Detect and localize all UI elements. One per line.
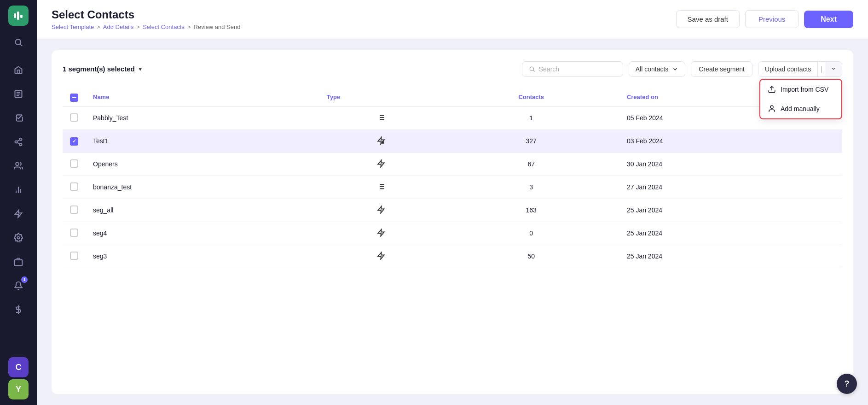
row-checkbox[interactable] xyxy=(70,229,78,237)
breadcrumb-sep-2: > xyxy=(136,23,140,30)
logo[interactable] xyxy=(8,6,29,26)
row-checkbox[interactable] xyxy=(70,137,78,146)
sidebar-item-notifications[interactable]: 1 xyxy=(7,275,29,297)
row-created-on: 25 Jan 2024 xyxy=(619,222,842,245)
row-name: seg_all xyxy=(86,199,319,222)
row-type xyxy=(319,199,443,222)
row-checkbox[interactable] xyxy=(70,205,78,214)
table-row[interactable]: bonanza_test 3 27 Jan 2024 xyxy=(63,176,842,199)
svg-rect-20 xyxy=(15,260,23,266)
row-type xyxy=(319,222,443,245)
search-box[interactable] xyxy=(522,61,623,77)
import-csv-item[interactable]: Import from CSV xyxy=(760,80,841,99)
sidebar-item-analytics[interactable] xyxy=(7,179,29,201)
white-panel: 1 segment(s) selected ▼ All contacts xyxy=(52,50,853,394)
table-row[interactable]: seg_all 163 25 Jan 2024 xyxy=(63,199,842,222)
row-created-on: 25 Jan 2024 xyxy=(619,245,842,268)
create-segment-button[interactable]: Create segment xyxy=(691,61,752,77)
person-add-icon xyxy=(768,105,776,113)
avatar-y[interactable]: Y xyxy=(8,379,29,399)
contacts-table: Name Type Contacts Created on Pabbly_Tes… xyxy=(63,88,842,268)
breadcrumb-add-details[interactable]: Add Details xyxy=(103,23,133,30)
row-name: Pabbly_Test xyxy=(86,106,319,129)
svg-point-19 xyxy=(17,237,20,239)
row-name: Openers xyxy=(86,153,319,176)
sidebar: 1 C Y xyxy=(0,0,37,405)
svg-point-25 xyxy=(770,106,773,108)
svg-point-10 xyxy=(15,141,17,143)
upload-contacts-wrap: Upload contacts | xyxy=(758,61,842,77)
svg-rect-2 xyxy=(20,15,23,18)
help-button[interactable]: ? xyxy=(837,374,857,394)
row-contacts: 67 xyxy=(443,153,619,176)
svg-rect-1 xyxy=(17,12,19,20)
select-all-checkbox[interactable] xyxy=(70,94,78,102)
sidebar-item-store[interactable] xyxy=(7,251,29,273)
sidebar-item-share[interactable] xyxy=(7,131,29,153)
sidebar-item-settings[interactable] xyxy=(7,227,29,249)
row-type xyxy=(319,176,443,199)
row-checkbox[interactable] xyxy=(70,159,78,168)
toolbar: 1 segment(s) selected ▼ All contacts xyxy=(63,61,842,77)
breadcrumb-sep-1: > xyxy=(97,23,100,30)
sidebar-item-contacts[interactable] xyxy=(7,155,29,177)
row-checkbox[interactable] xyxy=(70,182,78,191)
row-contacts: 1 xyxy=(443,106,619,129)
import-csv-label: Import from CSV xyxy=(781,86,828,93)
breadcrumb-sep-3: > xyxy=(187,23,191,30)
add-manually-label: Add manually xyxy=(781,105,820,112)
breadcrumb-select-contacts[interactable]: Select Contacts xyxy=(143,23,185,30)
table-row[interactable]: seg4 0 25 Jan 2024 xyxy=(63,222,842,245)
table-row[interactable]: seg3 50 25 Jan 2024 xyxy=(63,245,842,268)
svg-point-3 xyxy=(15,39,21,45)
sidebar-item-campaigns[interactable] xyxy=(7,107,29,129)
svg-marker-18 xyxy=(15,210,22,218)
breadcrumb-select-template[interactable]: Select Template xyxy=(52,23,94,30)
row-type xyxy=(319,106,443,129)
col-contacts: Contacts xyxy=(443,88,619,107)
add-manually-item[interactable]: Add manually xyxy=(760,99,841,118)
segments-selected-text: 1 segment(s) selected xyxy=(63,65,135,73)
upload-contacts-caret-icon[interactable] xyxy=(825,62,842,76)
next-button[interactable]: Next xyxy=(804,11,853,28)
row-name: seg3 xyxy=(86,245,319,268)
sidebar-item-automations[interactable] xyxy=(7,203,29,225)
sidebar-item-home[interactable] xyxy=(7,59,29,81)
avatar-c[interactable]: C xyxy=(8,357,29,377)
notification-badge: 1 xyxy=(21,276,28,283)
sidebar-item-search[interactable] xyxy=(7,31,29,53)
row-type xyxy=(319,245,443,268)
row-checkbox[interactable] xyxy=(70,252,78,260)
row-checkbox[interactable] xyxy=(70,113,78,122)
col-type: Type xyxy=(319,88,443,107)
all-contacts-dropdown[interactable]: All contacts xyxy=(629,61,686,77)
sidebar-item-billing[interactable] xyxy=(7,299,29,321)
upload-contacts-button[interactable]: Upload contacts | xyxy=(758,61,842,77)
table-row[interactable]: Pabbly_Test 1 05 Feb 2024 xyxy=(63,106,842,129)
segments-selected[interactable]: 1 segment(s) selected ▼ xyxy=(63,65,143,73)
svg-point-11 xyxy=(20,143,22,146)
previous-button[interactable]: Previous xyxy=(745,10,799,28)
save-draft-button[interactable]: Save as draft xyxy=(676,10,740,28)
svg-point-22 xyxy=(530,67,533,70)
row-created-on: 30 Jan 2024 xyxy=(619,153,842,176)
main-area: Select Contacts Select Template > Add De… xyxy=(37,0,868,405)
row-contacts: 163 xyxy=(443,199,619,222)
table-row[interactable]: Test1 327 03 Feb 2024 xyxy=(63,129,842,153)
header-actions: Save as draft Previous Next xyxy=(676,10,853,28)
sidebar-item-lists[interactable] xyxy=(7,83,29,105)
svg-line-23 xyxy=(533,70,534,71)
breadcrumb: Select Template > Add Details > Select C… xyxy=(52,23,240,30)
svg-marker-41 xyxy=(378,206,384,213)
header-left: Select Contacts Select Template > Add De… xyxy=(52,8,240,30)
search-input[interactable] xyxy=(539,65,608,73)
svg-marker-34 xyxy=(378,160,384,167)
row-name: bonanza_test xyxy=(86,176,319,199)
table-row[interactable]: Openers 67 30 Jan 2024 xyxy=(63,153,842,176)
row-type xyxy=(319,129,443,153)
col-name: Name xyxy=(86,88,319,107)
row-contacts: 3 xyxy=(443,176,619,199)
svg-point-14 xyxy=(16,163,19,166)
upload-contacts-main-label[interactable]: Upload contacts xyxy=(758,62,818,76)
row-created-on: 27 Jan 2024 xyxy=(619,176,842,199)
